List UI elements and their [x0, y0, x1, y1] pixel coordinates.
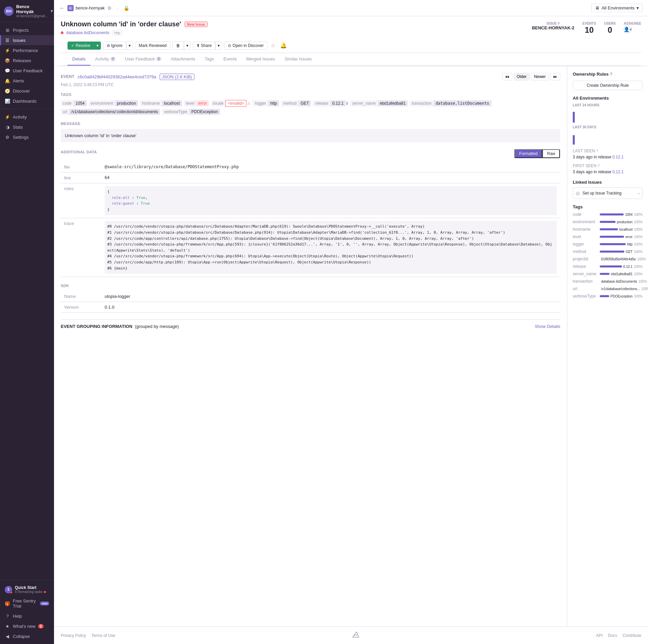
sidebar-item-label: Alerts: [13, 78, 24, 83]
tab-attachments[interactable]: Attachments: [166, 53, 200, 66]
star-button[interactable]: ☆: [269, 41, 277, 50]
tags-grid: code 1054 environment production hostnam…: [61, 100, 560, 115]
tag-chip-hostname: hostname localhost: [140, 100, 182, 107]
tab-activity[interactable]: Activity 0: [90, 53, 120, 66]
first-seen-value: 3 days ago in release 0.12.1: [573, 170, 643, 174]
tag-row-value: database.listDocuments: [601, 280, 637, 283]
environment-selector[interactable]: 🖥 All Environments ▾: [591, 4, 643, 12]
privacy-policy-link[interactable]: Privacy Policy: [61, 633, 86, 638]
sidebar-item-label: Issues: [13, 38, 26, 43]
bar-chart-icon: 📊: [5, 98, 10, 104]
tag-row-bar-wrap: [600, 236, 624, 238]
user-avatar[interactable]: BH: [4, 6, 14, 16]
org-chip: B bence-hornyak: [68, 5, 105, 11]
tag-row-label: release: [573, 264, 600, 269]
quick-start[interactable]: 5 Quick Start 5 Remaining tasks: [0, 583, 54, 596]
sidebar-item-label: Stats: [13, 125, 23, 130]
older-event-button[interactable]: Older: [514, 73, 530, 80]
tag-chip-logger: logger http: [253, 100, 279, 107]
delete-button[interactable]: 🗑: [172, 42, 184, 50]
quick-start-avatar: 5: [5, 586, 12, 593]
contribute-link[interactable]: Contribute: [623, 633, 641, 638]
sidebar-item-releases[interactable]: 📦 Releases: [0, 55, 54, 66]
tags-section-title: TAGS: [61, 93, 560, 97]
ignore-button-group: ⊘ Ignore ▾: [103, 42, 133, 50]
sidebar-bottom: 5 Quick Start 5 Remaining tasks 🎁 Free S…: [0, 580, 54, 644]
quick-start-title: Quick Start: [15, 585, 46, 590]
event-format[interactable]: JSON (2.6 KiB): [160, 74, 194, 80]
resolve-dropdown-button[interactable]: ▾: [94, 42, 101, 50]
sidebar-item-free-trial[interactable]: 🎁 Free Sentry Trial new: [0, 596, 54, 611]
org-settings-icon[interactable]: ⚙: [107, 5, 112, 11]
sidebar-item-projects[interactable]: ⊞ Projects: [0, 25, 54, 35]
sdk-section-title: SDK: [61, 284, 560, 288]
all-environments-title: All Environments: [573, 96, 643, 101]
event-id[interactable]: c6c0a8429bf44029382ad4ee4ced7379a: [78, 74, 156, 79]
tab-similar-issues[interactable]: Similar Issues: [280, 53, 317, 66]
sidebar-item-activity[interactable]: ⚡ Activity: [0, 112, 54, 122]
open-discover-button[interactable]: ⊙ Open in Discover: [224, 42, 267, 50]
tab-tags[interactable]: Tags: [200, 53, 218, 66]
message-box: Unknown column 'id' in 'order clause': [61, 129, 560, 142]
assignee-selector[interactable]: 👤▾: [624, 25, 632, 33]
arrow-right-icon: ›: [638, 191, 640, 196]
sidebar-item-help[interactable]: ? Help: [0, 611, 54, 621]
sidebar-item-settings[interactable]: ⚙ Settings: [0, 132, 54, 142]
additional-data-header: ADDITIONAL DATA Formatted Raw: [61, 149, 560, 158]
terms-of-use-link[interactable]: Terms of Use: [91, 633, 115, 638]
org-logo-icon: B: [69, 6, 73, 10]
field-value: @swoole-src/library/core/Database/PDOSta…: [101, 162, 560, 173]
create-ownership-rule-button[interactable]: Create Ownership Rule: [573, 81, 643, 90]
tag-row-pct: 100%: [634, 235, 643, 239]
users-block: USERS 0: [604, 22, 616, 35]
tag-chip-locale: locale <invalid> ⚠: [211, 100, 251, 107]
tab-details[interactable]: Details: [68, 53, 90, 66]
table-row: trace #0 /usr/src/code/vendor/utopia-php…: [61, 218, 560, 277]
formatted-button[interactable]: Formatted: [514, 149, 542, 158]
resolve-button[interactable]: ✓ Resolve: [68, 42, 94, 50]
sidebar-item-stats[interactable]: ◑ Stats: [0, 122, 54, 132]
new-badge: new: [40, 601, 49, 606]
oldest-event-button[interactable]: ⏮: [502, 73, 512, 80]
sidebar-item-user-feedback[interactable]: 💬 User Feedback: [0, 66, 54, 76]
mark-reviewed-button[interactable]: Mark Reviewed: [135, 42, 170, 50]
tag-sidebar-row: level error 100%: [573, 234, 643, 239]
back-button[interactable]: ←: [59, 5, 65, 11]
share-dropdown-button[interactable]: ▾: [215, 42, 222, 50]
last-seen-release-link[interactable]: 0.12.1: [612, 155, 623, 159]
tab-user-feedback[interactable]: User Feedback 0: [120, 53, 166, 66]
sidebar-item-whats-new[interactable]: ★ What's new 1: [0, 621, 54, 631]
sidebar-item-performance[interactable]: ⚡ Performance: [0, 45, 54, 55]
chevron-down-icon[interactable]: ▾: [51, 8, 53, 14]
notifications-button[interactable]: 🔔: [279, 41, 288, 50]
tab-merged-issues[interactable]: Merged Issues: [242, 53, 280, 66]
sidebar-item-alerts[interactable]: 🔔 Alerts: [0, 76, 54, 86]
sidebar-item-discover[interactable]: 🧭 Discover: [0, 86, 54, 96]
newer-event-button[interactable]: Newer: [531, 73, 549, 80]
field-value: 64: [101, 173, 560, 183]
tag-row-value: /v1/database/collections...: [601, 287, 640, 291]
sidebar-item-issues[interactable]: ☰ Issues: [0, 35, 54, 45]
tab-events[interactable]: Events: [219, 53, 242, 66]
sidebar-item-dashboards[interactable]: 📊 Dashboards: [0, 96, 54, 106]
tag-row-value: PDOException: [611, 294, 633, 298]
ignore-button[interactable]: ⊘ Ignore: [103, 42, 126, 50]
show-details-button[interactable]: Show Details: [535, 324, 560, 329]
docs-link[interactable]: Docs: [608, 633, 617, 638]
status-dot: [61, 31, 63, 34]
tag-row-value: ebd1afedba81: [611, 272, 632, 276]
linked-issues-title: Linked Issues: [573, 180, 643, 185]
ignore-dropdown-button[interactable]: ▾: [126, 42, 133, 50]
message-icon: 💬: [5, 68, 10, 73]
newest-event-button[interactable]: ⏭: [550, 73, 560, 80]
linked-issue-item[interactable]: ◎ Set up Issue Tracking ›: [573, 187, 643, 199]
raw-button[interactable]: Raw: [542, 149, 560, 158]
quick-start-info: Quick Start 5 Remaining tasks: [15, 585, 46, 594]
api-link[interactable]: API: [596, 633, 602, 638]
sidebar-item-collapse[interactable]: ◀ Collapse: [0, 631, 54, 641]
share-button[interactable]: ⬆ Share: [193, 42, 215, 50]
first-seen-release-link[interactable]: 0.12.1: [612, 170, 623, 174]
tag-row-bar: [600, 236, 624, 238]
delete-dropdown-button[interactable]: ▾: [184, 42, 191, 50]
field-value: { role:all : True, role:guest : True }: [101, 183, 560, 218]
